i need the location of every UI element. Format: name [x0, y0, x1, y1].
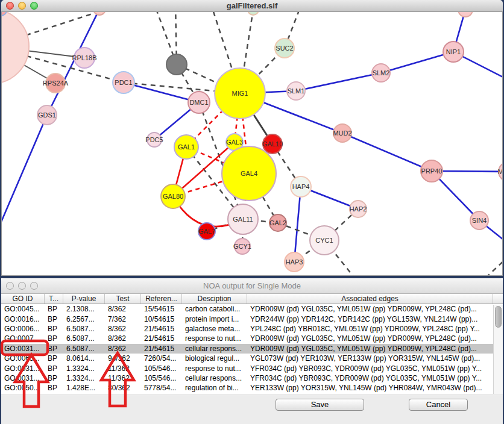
- column-header-referen-[interactable]: Referen...: [141, 294, 182, 304]
- noa-window-title: NOA output for Single Mode: [203, 281, 301, 290]
- table-cell: 6.5087...: [63, 344, 105, 353]
- edge[interactable]: [294, 187, 301, 262]
- node-label: DMC1: [189, 99, 208, 106]
- table-cell: YDR009W (pd) YGL035C, YML051W (pp) YDR00…: [247, 334, 493, 343]
- node-label: NIP1: [446, 48, 461, 55]
- close-button[interactable]: [6, 2, 14, 10]
- edge[interactable]: [342, 133, 432, 171]
- table-cell: 8/362: [105, 305, 141, 313]
- edge[interactable]: [2, 115, 47, 258]
- table-cell: cellular respons...: [182, 344, 247, 353]
- table-cell: GO:0031...: [1, 364, 45, 373]
- table-row[interactable]: GO:0031...BP1.3324...11/362105/546...res…: [1, 363, 503, 373]
- table-cell: BP: [45, 384, 63, 392]
- scrollbar-thumb[interactable]: [495, 306, 502, 328]
- table-row[interactable]: GO:0006...BP6.5087...8/36221/54615galact…: [1, 324, 503, 334]
- table-cell: 1.3324...: [63, 374, 105, 382]
- zoom-button[interactable]: [30, 2, 38, 10]
- table-cell: YDR244W (pp) YDR142C, YDR142C (pp) YGL15…: [247, 315, 493, 323]
- vertical-scrollbar[interactable]: [493, 305, 503, 394]
- table-cell: GO:0050...: [1, 384, 45, 392]
- noa-window-titlebar[interactable]: NOA output for Single Mode: [1, 278, 503, 294]
- column-header-test[interactable]: Test: [105, 294, 141, 304]
- table-row[interactable]: GO:0031...BP6.5087...8/36221/54615cellul…: [1, 344, 503, 354]
- table-cell: 11/362: [105, 374, 141, 382]
- column-header-associated-edges[interactable]: Associated edges: [247, 294, 493, 304]
- node-label: HAP2: [350, 205, 367, 213]
- window-controls: [6, 2, 38, 10]
- node-label: HAP3: [286, 258, 303, 266]
- table-row[interactable]: GO:0031...BP1.3324...11/362105/546...cel…: [1, 373, 503, 383]
- node-label: GAL11: [233, 216, 253, 223]
- table-cell: 8/362: [105, 344, 141, 353]
- edge[interactable]: [486, 256, 502, 275]
- table-cell: YGL073W (pd) YER103W, YER133W (pp) YOR31…: [247, 354, 493, 363]
- node-label: GAL7: [198, 228, 215, 235]
- edge[interactable]: [296, 73, 381, 91]
- edge[interactable]: [381, 52, 453, 73]
- table-cell: response to nut...: [182, 334, 247, 343]
- table-cell: biological regul...: [182, 354, 247, 363]
- table-cell: 6.5087...: [63, 334, 105, 343]
- node-label: RPL18B: [72, 54, 97, 61]
- node-label: SIN4: [472, 217, 487, 224]
- table-cell: 7/362: [105, 315, 141, 323]
- table-cell: GO:0007...: [1, 334, 45, 343]
- node-label: RPS24A: [43, 80, 69, 87]
- table-cell: 11/362: [105, 364, 141, 373]
- table-cell: 21/54615: [141, 344, 182, 353]
- minimize-button[interactable]: [18, 282, 26, 290]
- node-label: GAL80: [163, 193, 183, 200]
- table-cell: YER133W (pp) YOR315W, YNL145W (pd) YHR08…: [247, 384, 493, 392]
- column-header-p-value[interactable]: P-value: [63, 294, 105, 304]
- column-header-desciption[interactable]: Desciption: [182, 294, 247, 304]
- table-cell: GO:0006...: [1, 325, 45, 333]
- table-cell: GO:0016...: [1, 315, 45, 323]
- table-row[interactable]: GO:0016...BP6.2567...7/36210/54615protei…: [1, 314, 503, 323]
- table-row[interactable]: GO:0050...BP1.428E...80/3625778/54...reg…: [1, 383, 503, 393]
- save-button[interactable]: Save: [276, 399, 364, 411]
- node-label: MS: [498, 168, 502, 175]
- zoom-button[interactable]: [30, 282, 38, 290]
- window-controls-inactive: [6, 282, 38, 290]
- node-toprightpink[interactable]: [458, 12, 473, 17]
- table-cell: 8.0614...: [63, 354, 105, 363]
- table-cell: regulation of bi...: [182, 384, 247, 392]
- minimize-button[interactable]: [18, 2, 26, 10]
- node-graynode[interactable]: [166, 54, 187, 75]
- node-label: MUD2: [333, 129, 351, 137]
- table-row[interactable]: GO:0045...BP2.1308...8/36215/54615carbon…: [1, 304, 503, 314]
- table-cell: 6.2567...: [63, 315, 105, 323]
- close-button[interactable]: [6, 282, 14, 290]
- table-cell: 21/54615: [141, 334, 182, 343]
- table-cell: 1.428E...: [63, 384, 105, 392]
- noa-output-window: NOA output for Single Mode GO IDT...P-va…: [1, 278, 503, 424]
- network-canvas[interactable]: RPL18BRPS24APDC1GDS1DMC1MIG1SUC2SLM1SLM2…: [1, 12, 503, 276]
- node-label: SLM2: [373, 69, 390, 76]
- node-bigleft[interactable]: [2, 12, 29, 84]
- network-svg[interactable]: RPL18BRPS24APDC1GDS1DMC1MIG1SUC2SLM1SLM2…: [2, 12, 502, 275]
- table-cell: GO:0045...: [1, 305, 45, 313]
- column-header-go-id[interactable]: GO ID: [1, 294, 45, 304]
- table-cell: YFR034C (pd) YBR093C, YDR009W (pd) YGL03…: [247, 364, 493, 373]
- table-cell: YDR009W (pd) YGL035C, YML051W (pp) YDR00…: [247, 305, 493, 313]
- table-cell: 1.3324...: [63, 364, 105, 373]
- node-label: HAP4: [292, 183, 310, 190]
- table-cell: BP: [45, 315, 63, 323]
- table-cell: 105/546...: [141, 374, 182, 382]
- table-cell: GO:0065...: [1, 354, 45, 363]
- node-topgreen[interactable]: [248, 12, 259, 15]
- table-row[interactable]: GO:0065...BP8.0614...94/3627260/54...bio…: [1, 354, 503, 363]
- table-cell: GO:0031...: [1, 344, 45, 353]
- table-cell: BP: [45, 364, 63, 373]
- cancel-button[interactable]: Cancel: [409, 399, 468, 411]
- node-label: PRP40: [421, 167, 443, 175]
- node-toppink[interactable]: [93, 12, 106, 15]
- node-label: GCY1: [233, 243, 251, 250]
- table-header[interactable]: GO IDT...P-valueTestReferen...Desciption…: [1, 294, 503, 304]
- column-header-t-[interactable]: T...: [45, 294, 63, 304]
- node-label: SLM1: [288, 87, 305, 95]
- node-label: SUC2: [276, 45, 293, 52]
- table-row[interactable]: GO:0007...BP6.5087...8/36221/54615respon…: [1, 334, 503, 343]
- graph-window-titlebar[interactable]: galFiltered.sif: [1, 0, 503, 12]
